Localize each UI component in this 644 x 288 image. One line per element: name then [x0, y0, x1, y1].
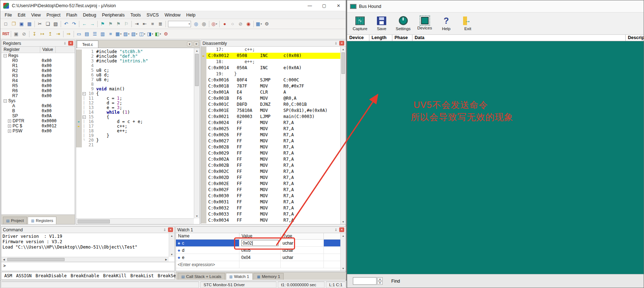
- column-header-description[interactable]: Description: [626, 35, 644, 41]
- disassembly-instruction[interactable]: C:0x001C D8FD DJNZ R0,C:001B: [201, 101, 340, 108]
- find-combo[interactable]: ▾: [168, 21, 191, 27]
- editor-fold-margin[interactable]: │: [82, 96, 86, 101]
- system-viewer-icon[interactable]: ◧▾: [154, 30, 162, 38]
- run-to-cursor-icon[interactable]: ⇥: [54, 30, 62, 38]
- cut-icon[interactable]: ✂: [36, 20, 44, 28]
- paste-icon[interactable]: ▧: [52, 20, 60, 28]
- find-in-files-icon[interactable]: ◎: [192, 20, 200, 28]
- disassembly-source-line[interactable]: 19: }: [201, 71, 340, 77]
- tab-watch-1[interactable]: ▥Watch 1: [226, 273, 253, 280]
- breakpoint-disable-icon[interactable]: ○: [229, 20, 237, 28]
- disassembly-source-line[interactable]: 18: e++;: [201, 59, 340, 65]
- command-input-line[interactable]: >: [1, 262, 174, 271]
- register-row[interactable]: R20x00: [1, 68, 75, 73]
- editor-fold-margin[interactable]: │: [82, 119, 86, 124]
- value-column-label[interactable]: Value: [40, 47, 56, 53]
- memory-window-icon[interactable]: ▨▾: [122, 30, 130, 38]
- editor-breakpoint-margin[interactable]: [76, 129, 82, 133]
- editor-fold-margin[interactable]: −: [82, 91, 86, 96]
- name-column-label[interactable]: Name: [176, 233, 239, 239]
- close-icon[interactable]: ✕: [339, 41, 344, 46]
- disassembly-instruction[interactable]: C:0x002F FF MOV R7,A: [201, 187, 340, 193]
- disassembly-instruction[interactable]: C:0x0032 FF MOV R7,A: [201, 205, 340, 211]
- menu-help[interactable]: Help: [183, 12, 199, 18]
- menu-edit[interactable]: Edit: [15, 12, 28, 18]
- disassembly-instruction[interactable]: C:0x0018 787F MOV R0,#0x7F: [201, 83, 340, 89]
- pin-icon[interactable]: ⇩: [62, 41, 67, 46]
- tab-registers[interactable]: ▥Registers: [28, 217, 56, 224]
- disassembly-instruction[interactable]: C:0x0027 FF MOV R7,A: [201, 138, 340, 144]
- zoom-icon[interactable]: ◎▾: [210, 20, 218, 28]
- disassembly-instruction[interactable]: C:0x0014 050A INC e(0x0A): [201, 65, 340, 71]
- breakpoint-toggle-icon[interactable]: ●: [221, 20, 229, 28]
- call-stack-window-icon[interactable]: ≡: [107, 30, 115, 38]
- disassembly-window-icon[interactable]: ▤: [83, 30, 91, 38]
- disassembly-instruction[interactable]: C:0x001E 75810A MOV SP(0x81),#e(0x0A): [201, 108, 340, 114]
- editor-breakpoint-margin[interactable]: [76, 68, 82, 73]
- watch-row[interactable]: ◆d0x05uchar: [176, 247, 340, 254]
- register-row[interactable]: R70x00: [1, 93, 75, 98]
- disassembly-instruction[interactable]: C:0x0025 FF MOV R7,A: [201, 126, 340, 132]
- close-icon[interactable]: ✕: [168, 227, 173, 232]
- fold-collapse-icon[interactable]: −: [83, 115, 86, 119]
- bookmark-clear-icon[interactable]: ⚐: [122, 20, 130, 28]
- spin-down-icon[interactable]: ▼: [377, 281, 383, 285]
- editor-fold-margin[interactable]: [82, 54, 86, 59]
- register-row[interactable]: R40x00: [1, 78, 75, 83]
- editor-vertical-scrollbar[interactable]: ▲ ▼: [194, 48, 200, 218]
- reset-icon[interactable]: RST: [2, 30, 10, 38]
- register-column-label[interactable]: Register: [1, 47, 40, 53]
- disassembly-instruction[interactable]: C:0x002A FF MOV R7,A: [201, 156, 340, 162]
- watch-row[interactable]: <Enter expression>: [176, 261, 340, 268]
- watch-name-cell[interactable]: <Enter expression>: [176, 261, 239, 268]
- redo-icon[interactable]: ↷: [70, 20, 78, 28]
- scrollbar-thumb[interactable]: [7, 258, 65, 261]
- bushound-capture-grid[interactable]: [347, 41, 644, 274]
- insert-breakpoint-icon[interactable]: ▣: [12, 30, 20, 38]
- pin-icon[interactable]: ⇩: [333, 227, 339, 232]
- menu-view[interactable]: View: [28, 12, 44, 18]
- fold-collapse-icon[interactable]: −: [83, 92, 86, 95]
- editor-fold-margin[interactable]: │: [82, 124, 86, 129]
- watch-row[interactable]: ◆c0x02uchar: [176, 240, 340, 247]
- breakpoint-kill-icon[interactable]: ⊘: [237, 20, 244, 28]
- column-header-device[interactable]: Device: [347, 35, 369, 41]
- disassembly-vertical-scrollbar[interactable]: ▲ ▼: [340, 47, 346, 224]
- column-header-length[interactable]: Length: [369, 35, 392, 41]
- editor-fold-margin[interactable]: [82, 87, 86, 91]
- command-button-breaklist[interactable]: BreakList: [130, 273, 154, 278]
- editor-breakpoint-margin[interactable]: [76, 59, 82, 63]
- command-button-assign[interactable]: ASSIGN: [16, 273, 32, 278]
- editor-breakpoint-margin[interactable]: ►: [76, 124, 82, 129]
- editor-fold-margin[interactable]: −: [82, 115, 86, 119]
- copy-icon[interactable]: ❏: [44, 20, 52, 28]
- close-icon[interactable]: ✕: [339, 227, 344, 232]
- register-row[interactable]: R10x00: [1, 63, 75, 68]
- watch-row[interactable]: ◆e0x04uchar: [176, 254, 340, 261]
- type-column-label[interactable]: Type: [281, 233, 324, 239]
- watch-window-icon[interactable]: ▦▾: [115, 30, 122, 38]
- editor-breakpoint-margin[interactable]: [76, 138, 82, 143]
- configure-icon[interactable]: ⚙: [263, 20, 271, 28]
- nav-forward-icon[interactable]: →: [88, 20, 96, 28]
- editor-breakpoint-margin[interactable]: [76, 77, 82, 82]
- new-file-icon[interactable]: □: [2, 20, 10, 28]
- scroll-down-icon[interactable]: ▼: [194, 213, 200, 218]
- watch-value-cell[interactable]: 0x02: [239, 240, 281, 246]
- outdent-icon[interactable]: ⇤: [141, 20, 149, 28]
- maximize-button[interactable]: ▢: [317, 0, 331, 11]
- editor-fold-margin[interactable]: └: [82, 138, 86, 143]
- find-input[interactable]: [353, 277, 377, 285]
- save-button[interactable]: Save: [372, 13, 392, 34]
- menu-debug[interactable]: Debug: [80, 12, 99, 18]
- devices-button[interactable]: Devices: [415, 13, 435, 34]
- uncomment-icon[interactable]: ≣: [157, 20, 164, 28]
- register-row[interactable]: R00x00: [1, 58, 75, 63]
- disassembly-instruction[interactable]: C:0x0034 FF MOV R7,A: [201, 217, 340, 223]
- breakpoint-enable-icon[interactable]: ◉: [244, 20, 252, 28]
- window-layout-icon[interactable]: ▦▾: [255, 20, 263, 28]
- collapse-icon[interactable]: −: [4, 99, 7, 103]
- command-horizontal-scrollbar[interactable]: ◀ ▶: [1, 257, 169, 262]
- menu-flash[interactable]: Flash: [63, 12, 80, 18]
- scrollbar-thumb[interactable]: [78, 219, 110, 223]
